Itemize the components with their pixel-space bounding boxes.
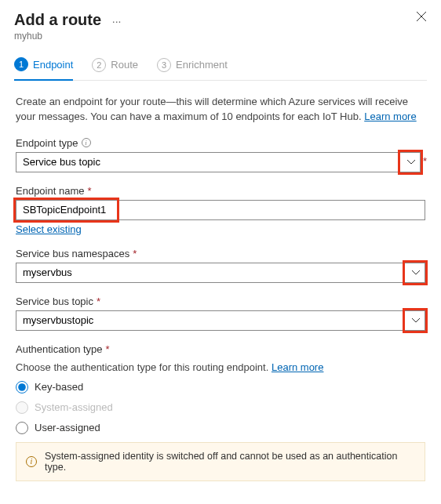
step-number: 2 (92, 58, 106, 72)
close-button[interactable] (416, 11, 427, 25)
step-number: 3 (157, 58, 171, 72)
radio-user-assigned[interactable]: User-assigned (16, 422, 425, 434)
step-label: Endpoint (33, 59, 73, 71)
endpoint-type-select[interactable]: Service bus topic (16, 152, 421, 172)
step-enrichment[interactable]: 3 Enrichment (157, 57, 228, 80)
step-route[interactable]: 2 Route (92, 57, 138, 80)
auth-type-desc: Choose the authentication type for this … (16, 361, 425, 373)
hub-name: myhub (14, 31, 121, 42)
required-marker: * (133, 248, 137, 259)
warning-banner: i System-assigned identity is switched o… (16, 442, 425, 481)
auth-type-label: Authentication type (16, 343, 103, 355)
page-title: Add a route (14, 11, 101, 29)
close-icon (416, 11, 427, 22)
learn-more-link[interactable]: Learn more (364, 111, 416, 122)
namespace-label: Service bus namespaces (16, 248, 129, 259)
warning-text: System-assigned identity is switched off… (45, 451, 415, 473)
radio-input[interactable] (16, 422, 28, 434)
step-label: Route (111, 59, 138, 71)
warning-icon: i (26, 456, 37, 467)
intro-text: Create an endpoint for your route—this w… (16, 95, 425, 125)
endpoint-name-input[interactable] (16, 200, 425, 220)
step-label: Enrichment (176, 59, 228, 71)
endpoint-name-label: Endpoint name (16, 185, 84, 197)
required-marker: * (97, 296, 100, 307)
topic-select[interactable]: myservbustopic (16, 310, 425, 331)
step-endpoint[interactable]: 1 Endpoint (14, 57, 73, 81)
endpoint-type-label: Endpoint type (16, 137, 78, 149)
radio-input[interactable] (16, 381, 28, 393)
namespace-select[interactable]: myservbus (16, 263, 425, 283)
radio-key-based[interactable]: Key-based (16, 381, 425, 393)
required-marker: * (106, 343, 110, 355)
required-marker: * (87, 185, 91, 197)
radio-label: System-assigned (35, 401, 113, 413)
radio-label: Key-based (35, 381, 83, 393)
select-existing-link[interactable]: Select existing (16, 223, 82, 235)
more-actions-icon[interactable]: ··· (112, 15, 122, 27)
info-icon[interactable]: i (82, 138, 91, 147)
radio-input (16, 401, 28, 414)
radio-label: User-assigned (35, 422, 100, 433)
auth-learn-more-link[interactable]: Learn more (272, 361, 323, 373)
step-number: 1 (14, 57, 28, 71)
topic-label: Service bus topic (16, 296, 93, 307)
step-tabs: 1 Endpoint 2 Route 3 Enrichment (14, 57, 427, 81)
radio-system-assigned: System-assigned (16, 401, 425, 414)
